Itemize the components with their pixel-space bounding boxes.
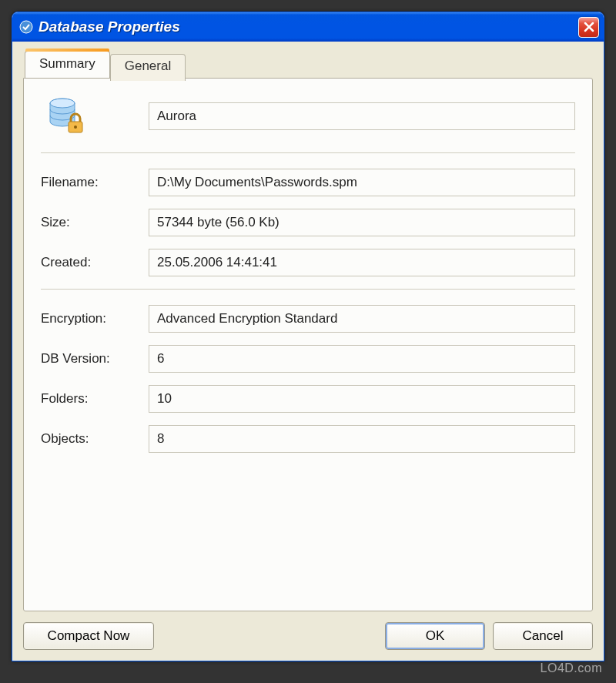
size-field: 57344 byte (56.0 Kb)	[149, 209, 575, 236]
encryption-field: Advanced Encryption Standard	[149, 305, 575, 333]
folders-label: Folders:	[41, 391, 149, 407]
cancel-button[interactable]: Cancel	[493, 622, 593, 650]
objects-field: 8	[149, 425, 575, 453]
button-bar: Compact Now OK Cancel	[23, 622, 593, 650]
app-icon	[18, 19, 34, 35]
compact-now-button[interactable]: Compact Now	[23, 622, 154, 650]
objects-label: Objects:	[41, 431, 149, 447]
tab-general[interactable]: General	[110, 54, 186, 81]
encryption-label: Encryption:	[41, 311, 149, 326]
tab-summary[interactable]: Summary	[25, 51, 110, 78]
svg-point-2	[50, 99, 75, 108]
filename-label: Filename:	[41, 175, 149, 190]
close-icon	[584, 22, 594, 32]
created-label: Created:	[41, 255, 149, 270]
database-name-field: Aurora	[149, 102, 575, 130]
dbversion-value: 6	[157, 351, 164, 367]
tab-strip: Summary General	[23, 52, 593, 79]
database-lock-icon	[45, 95, 87, 137]
size-label: Size:	[41, 215, 149, 230]
separator	[41, 289, 575, 290]
separator	[41, 152, 575, 153]
folders-field: 10	[149, 385, 575, 413]
dbversion-field: 6	[149, 345, 575, 373]
dialog-window: Database Properties Summary General	[12, 12, 604, 661]
titlebar[interactable]: Database Properties	[12, 12, 604, 42]
filename-value: D:\My Documents\Passwords.spm	[157, 175, 357, 190]
svg-point-0	[20, 21, 32, 33]
tab-general-label: General	[125, 59, 171, 73]
close-button[interactable]	[578, 17, 599, 38]
watermark: LO4D.com	[541, 661, 602, 675]
database-name-value: Aurora	[157, 109, 196, 124]
filename-field: D:\My Documents\Passwords.spm	[149, 169, 575, 196]
svg-point-4	[74, 126, 77, 129]
objects-value: 8	[157, 431, 164, 447]
database-icon	[41, 95, 149, 137]
client-area: Summary General	[12, 42, 604, 661]
tab-panel-summary: Aurora Filename: D:\My Documents\Passwor…	[23, 78, 593, 611]
tab-summary-label: Summary	[39, 56, 95, 71]
dbversion-label: DB Version:	[41, 351, 149, 367]
created-value: 25.05.2006 14:41:41	[157, 255, 277, 270]
size-value: 57344 byte (56.0 Kb)	[157, 215, 280, 230]
created-field: 25.05.2006 14:41:41	[149, 249, 575, 276]
folders-value: 10	[157, 391, 172, 407]
encryption-value: Advanced Encryption Standard	[157, 311, 337, 326]
window-title: Database Properties	[38, 18, 578, 35]
ok-button[interactable]: OK	[385, 622, 485, 650]
